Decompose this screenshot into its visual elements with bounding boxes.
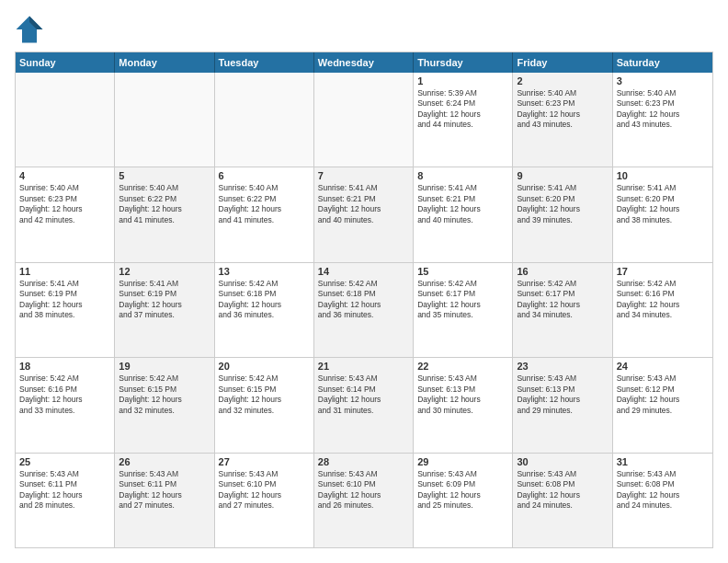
cell-text: Sunrise: 5:43 AM Sunset: 6:13 PM Dayligh… <box>517 373 608 416</box>
calendar-cell: 24Sunrise: 5:43 AM Sunset: 6:12 PM Dayli… <box>613 358 712 452</box>
day-number: 25 <box>19 456 110 467</box>
calendar-cell: 3Sunrise: 5:40 AM Sunset: 6:23 PM Daylig… <box>613 73 712 167</box>
day-number: 16 <box>517 266 608 277</box>
day-number: 20 <box>219 361 310 372</box>
calendar-cell <box>314 73 414 167</box>
calendar-cell: 25Sunrise: 5:43 AM Sunset: 6:11 PM Dayli… <box>16 454 115 547</box>
cell-text: Sunrise: 5:40 AM Sunset: 6:22 PM Dayligh… <box>119 183 210 225</box>
calendar-cell: 13Sunrise: 5:42 AM Sunset: 6:18 PM Dayli… <box>215 263 314 357</box>
day-number: 17 <box>617 266 709 277</box>
cell-text: Sunrise: 5:39 AM Sunset: 6:24 PM Dayligh… <box>417 88 508 131</box>
cell-text: Sunrise: 5:42 AM Sunset: 6:17 PM Dayligh… <box>417 279 508 321</box>
logo-icon <box>15 15 44 44</box>
cell-text: Sunrise: 5:40 AM Sunset: 6:22 PM Dayligh… <box>219 183 310 225</box>
calendar-cell: 18Sunrise: 5:42 AM Sunset: 6:16 PM Dayli… <box>16 358 115 452</box>
calendar-cell: 28Sunrise: 5:43 AM Sunset: 6:10 PM Dayli… <box>314 454 414 547</box>
calendar-cell: 10Sunrise: 5:41 AM Sunset: 6:20 PM Dayli… <box>613 167 712 261</box>
calendar-cell: 21Sunrise: 5:43 AM Sunset: 6:14 PM Dayli… <box>314 358 414 452</box>
weekday-header-saturday: Saturday <box>613 52 712 73</box>
calendar-row: 18Sunrise: 5:42 AM Sunset: 6:16 PM Dayli… <box>16 358 712 453</box>
cell-text: Sunrise: 5:41 AM Sunset: 6:20 PM Dayligh… <box>617 183 709 225</box>
calendar-cell: 14Sunrise: 5:42 AM Sunset: 6:18 PM Dayli… <box>314 263 414 357</box>
day-number: 6 <box>219 170 310 181</box>
cell-text: Sunrise: 5:43 AM Sunset: 6:13 PM Dayligh… <box>417 373 508 416</box>
day-number: 30 <box>517 456 608 467</box>
calendar-cell: 20Sunrise: 5:42 AM Sunset: 6:15 PM Dayli… <box>215 358 314 452</box>
weekday-header-monday: Monday <box>115 52 214 73</box>
day-number: 18 <box>19 361 110 372</box>
calendar-header: SundayMondayTuesdayWednesdayThursdayFrid… <box>16 52 712 73</box>
day-number: 4 <box>19 170 110 181</box>
weekday-header-friday: Friday <box>513 52 612 73</box>
cell-text: Sunrise: 5:40 AM Sunset: 6:23 PM Dayligh… <box>617 88 709 131</box>
cell-text: Sunrise: 5:41 AM Sunset: 6:19 PM Dayligh… <box>119 279 210 321</box>
cell-text: Sunrise: 5:41 AM Sunset: 6:20 PM Dayligh… <box>517 183 608 225</box>
calendar-cell: 27Sunrise: 5:43 AM Sunset: 6:10 PM Dayli… <box>215 454 314 547</box>
day-number: 31 <box>617 456 709 467</box>
day-number: 13 <box>219 266 310 277</box>
day-number: 14 <box>318 266 409 277</box>
cell-text: Sunrise: 5:43 AM Sunset: 6:14 PM Dayligh… <box>318 373 409 416</box>
calendar-cell: 4Sunrise: 5:40 AM Sunset: 6:23 PM Daylig… <box>16 167 115 261</box>
calendar-cell: 29Sunrise: 5:43 AM Sunset: 6:09 PM Dayli… <box>414 454 513 547</box>
cell-text: Sunrise: 5:42 AM Sunset: 6:18 PM Dayligh… <box>219 279 310 321</box>
cell-text: Sunrise: 5:41 AM Sunset: 6:19 PM Dayligh… <box>19 279 110 321</box>
calendar-cell: 7Sunrise: 5:41 AM Sunset: 6:21 PM Daylig… <box>314 167 414 261</box>
calendar-row: 1Sunrise: 5:39 AM Sunset: 6:24 PM Daylig… <box>16 73 712 167</box>
page: SundayMondayTuesdayWednesdayThursdayFrid… <box>0 0 728 563</box>
calendar-cell: 31Sunrise: 5:43 AM Sunset: 6:08 PM Dayli… <box>613 454 712 547</box>
day-number: 2 <box>517 75 608 86</box>
calendar-row: 25Sunrise: 5:43 AM Sunset: 6:11 PM Dayli… <box>16 454 712 547</box>
calendar-cell <box>115 73 214 167</box>
day-number: 19 <box>119 361 210 372</box>
cell-text: Sunrise: 5:42 AM Sunset: 6:16 PM Dayligh… <box>617 279 709 321</box>
cell-text: Sunrise: 5:41 AM Sunset: 6:21 PM Dayligh… <box>318 183 409 225</box>
cell-text: Sunrise: 5:42 AM Sunset: 6:15 PM Dayligh… <box>119 373 210 416</box>
calendar-cell: 6Sunrise: 5:40 AM Sunset: 6:22 PM Daylig… <box>215 167 314 261</box>
weekday-header-tuesday: Tuesday <box>215 52 314 73</box>
cell-text: Sunrise: 5:42 AM Sunset: 6:15 PM Dayligh… <box>219 373 310 416</box>
cell-text: Sunrise: 5:40 AM Sunset: 6:23 PM Dayligh… <box>517 88 608 131</box>
day-number: 10 <box>617 170 709 181</box>
day-number: 7 <box>318 170 409 181</box>
calendar: SundayMondayTuesdayWednesdayThursdayFrid… <box>15 52 713 548</box>
day-number: 27 <box>219 456 310 467</box>
header <box>15 15 713 44</box>
calendar-body: 1Sunrise: 5:39 AM Sunset: 6:24 PM Daylig… <box>16 73 712 547</box>
weekday-header-thursday: Thursday <box>414 52 513 73</box>
weekday-header-wednesday: Wednesday <box>314 52 414 73</box>
day-number: 22 <box>417 361 508 372</box>
calendar-cell: 22Sunrise: 5:43 AM Sunset: 6:13 PM Dayli… <box>414 358 513 452</box>
cell-text: Sunrise: 5:40 AM Sunset: 6:23 PM Dayligh… <box>19 183 110 225</box>
cell-text: Sunrise: 5:43 AM Sunset: 6:10 PM Dayligh… <box>219 469 310 511</box>
day-number: 29 <box>417 456 508 467</box>
cell-text: Sunrise: 5:43 AM Sunset: 6:12 PM Dayligh… <box>617 373 709 416</box>
day-number: 3 <box>617 75 709 86</box>
day-number: 8 <box>417 170 508 181</box>
calendar-cell: 5Sunrise: 5:40 AM Sunset: 6:22 PM Daylig… <box>115 167 214 261</box>
day-number: 24 <box>617 361 709 372</box>
day-number: 21 <box>318 361 409 372</box>
calendar-cell: 9Sunrise: 5:41 AM Sunset: 6:20 PM Daylig… <box>513 167 612 261</box>
day-number: 11 <box>19 266 110 277</box>
calendar-cell: 19Sunrise: 5:42 AM Sunset: 6:15 PM Dayli… <box>115 358 214 452</box>
cell-text: Sunrise: 5:43 AM Sunset: 6:11 PM Dayligh… <box>119 469 210 511</box>
cell-text: Sunrise: 5:42 AM Sunset: 6:16 PM Dayligh… <box>19 373 110 416</box>
day-number: 5 <box>119 170 210 181</box>
day-number: 15 <box>417 266 508 277</box>
calendar-cell: 2Sunrise: 5:40 AM Sunset: 6:23 PM Daylig… <box>513 73 612 167</box>
calendar-cell: 11Sunrise: 5:41 AM Sunset: 6:19 PM Dayli… <box>16 263 115 357</box>
cell-text: Sunrise: 5:43 AM Sunset: 6:09 PM Dayligh… <box>417 469 508 511</box>
logo <box>15 15 48 44</box>
cell-text: Sunrise: 5:43 AM Sunset: 6:08 PM Dayligh… <box>517 469 608 511</box>
calendar-cell: 1Sunrise: 5:39 AM Sunset: 6:24 PM Daylig… <box>414 73 513 167</box>
calendar-row: 11Sunrise: 5:41 AM Sunset: 6:19 PM Dayli… <box>16 263 712 358</box>
day-number: 9 <box>517 170 608 181</box>
cell-text: Sunrise: 5:42 AM Sunset: 6:17 PM Dayligh… <box>517 279 608 321</box>
weekday-header-sunday: Sunday <box>16 52 115 73</box>
cell-text: Sunrise: 5:41 AM Sunset: 6:21 PM Dayligh… <box>417 183 508 225</box>
calendar-row: 4Sunrise: 5:40 AM Sunset: 6:23 PM Daylig… <box>16 167 712 262</box>
calendar-cell: 30Sunrise: 5:43 AM Sunset: 6:08 PM Dayli… <box>513 454 612 547</box>
cell-text: Sunrise: 5:43 AM Sunset: 6:08 PM Dayligh… <box>617 469 709 511</box>
day-number: 12 <box>119 266 210 277</box>
